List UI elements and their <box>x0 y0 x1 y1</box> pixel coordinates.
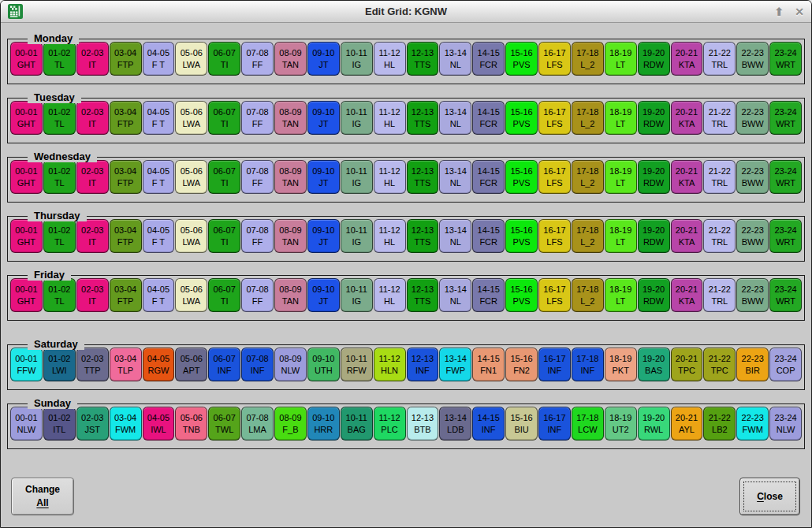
hour-block-button[interactable]: 14-15INF <box>472 407 505 441</box>
hour-block-button[interactable]: 10-11IG <box>341 219 373 253</box>
close-window-icon[interactable]: ✕ <box>795 6 804 17</box>
hour-block-button[interactable]: 11-12HL <box>374 219 406 253</box>
hour-block-button[interactable]: 19-20RDW <box>638 42 670 76</box>
hour-block-button[interactable]: 05-06APT <box>175 348 207 381</box>
hour-block-button[interactable]: 10-11IG <box>341 160 373 194</box>
hour-block-button[interactable]: 07-08FF <box>241 219 274 253</box>
hour-block-button[interactable]: 10-11IG <box>341 101 373 135</box>
hour-block-button[interactable]: 12-13TTS <box>407 219 439 253</box>
hour-block-button[interactable]: 08-09TAN <box>274 278 307 312</box>
hour-block-button[interactable]: 14-15FCR <box>472 101 505 135</box>
hour-block-button[interactable]: 17-18L_2 <box>572 278 604 312</box>
hour-block-button[interactable]: 08-09TAN <box>274 219 307 253</box>
hour-block-button[interactable]: 19-20BAS <box>638 348 670 381</box>
hour-block-button[interactable]: 18-19UT2 <box>605 407 637 441</box>
hour-block-button[interactable]: 19-20RDW <box>638 160 670 194</box>
hour-block-button[interactable]: 16-17INF <box>538 348 571 381</box>
hour-block-button[interactable]: 22-23BIR <box>736 348 769 381</box>
hour-block-button[interactable]: 06-07TWL <box>208 407 240 441</box>
hour-block-button[interactable]: 23-24COP <box>769 348 802 381</box>
hour-block-button[interactable]: 11-12HLN <box>374 348 406 381</box>
hour-block-button[interactable]: 01-02LWI <box>43 348 76 381</box>
hour-block-button[interactable]: 00-01GHT <box>10 101 43 135</box>
hour-block-button[interactable]: 21-22TPC <box>703 348 736 381</box>
hour-block-button[interactable]: 11-12HL <box>374 101 406 135</box>
hour-block-button[interactable]: 14-15FCR <box>472 160 505 194</box>
hour-block-button[interactable]: 04-05F T <box>143 160 175 194</box>
hour-block-button[interactable]: 12-13BTB <box>407 407 439 441</box>
hour-block-button[interactable]: 04-05F T <box>143 278 175 312</box>
hour-block-button[interactable]: 06-07TI <box>208 42 240 76</box>
hour-block-button[interactable]: 04-05F T <box>143 101 175 135</box>
hour-block-button[interactable]: 00-01GHT <box>10 278 43 312</box>
hour-block-button[interactable]: 09-10JT <box>307 278 340 312</box>
hour-block-button[interactable]: 09-10JT <box>307 42 340 76</box>
hour-block-button[interactable]: 21-22TRL <box>703 101 736 135</box>
hour-block-button[interactable]: 03-04FWM <box>110 407 142 441</box>
hour-block-button[interactable]: 21-22LB2 <box>703 407 736 441</box>
hour-block-button[interactable]: 01-02TL <box>43 160 76 194</box>
hour-block-button[interactable]: 18-19LT <box>605 160 637 194</box>
hour-block-button[interactable]: 14-15FN1 <box>472 348 505 381</box>
hour-block-button[interactable]: 14-15FCR <box>472 42 505 76</box>
hour-block-button[interactable]: 04-05F T <box>143 219 175 253</box>
hour-block-button[interactable]: 07-08INF <box>241 348 274 381</box>
hour-block-button[interactable]: 12-13INF <box>407 348 439 381</box>
hour-block-button[interactable]: 12-13TTS <box>407 42 439 76</box>
hour-block-button[interactable]: 11-12HL <box>374 42 406 76</box>
hour-block-button[interactable]: 16-17LFS <box>538 42 571 76</box>
hour-block-button[interactable]: 08-09TAN <box>274 101 307 135</box>
hour-block-button[interactable]: 23-24WRT <box>769 42 802 76</box>
hour-block-button[interactable]: 20-21KTA <box>671 160 703 194</box>
hour-block-button[interactable]: 15-16FN2 <box>505 348 538 381</box>
hour-block-button[interactable]: 07-08FF <box>241 278 274 312</box>
hour-block-button[interactable]: 12-13TTS <box>407 160 439 194</box>
hour-block-button[interactable]: 03-04TLP <box>110 348 142 381</box>
hour-block-button[interactable]: 07-08FF <box>241 101 274 135</box>
hour-block-button[interactable]: 22-23BWW <box>736 101 769 135</box>
hour-block-button[interactable]: 14-15FCR <box>472 219 505 253</box>
hour-block-button[interactable]: 13-14LDB <box>439 407 471 441</box>
hour-block-button[interactable]: 04-05RGW <box>143 348 175 381</box>
titlebar[interactable]: Edit Grid: KGNW ⬆ ✕ <box>1 1 811 23</box>
hour-block-button[interactable]: 16-17LFS <box>538 101 571 135</box>
hour-block-button[interactable]: 02-03IT <box>76 219 109 253</box>
hour-block-button[interactable]: 05-06LWA <box>175 278 207 312</box>
hour-block-button[interactable]: 17-18L_2 <box>572 160 604 194</box>
hour-block-button[interactable]: 04-05IWL <box>143 407 175 441</box>
hour-block-button[interactable]: 22-23BWW <box>736 278 769 312</box>
hour-block-button[interactable]: 13-14NL <box>439 219 471 253</box>
maximize-icon[interactable]: ⬆ <box>775 6 784 17</box>
hour-block-button[interactable]: 13-14NL <box>439 42 471 76</box>
hour-block-button[interactable]: 10-11IG <box>341 42 373 76</box>
hour-block-button[interactable]: 21-22TRL <box>703 42 736 76</box>
hour-block-button[interactable]: 13-14NL <box>439 101 471 135</box>
hour-block-button[interactable]: 02-03IT <box>76 42 109 76</box>
hour-block-button[interactable]: 15-16BIU <box>505 407 538 441</box>
hour-block-button[interactable]: 23-24WRT <box>769 219 802 253</box>
hour-block-button[interactable]: 06-07TI <box>208 160 240 194</box>
hour-block-button[interactable]: 08-09TAN <box>274 42 307 76</box>
hour-block-button[interactable]: 01-02TL <box>43 219 76 253</box>
hour-block-button[interactable]: 06-07TI <box>208 101 240 135</box>
hour-block-button[interactable]: 21-22TRL <box>703 278 736 312</box>
hour-block-button[interactable]: 07-08FF <box>241 42 274 76</box>
hour-block-button[interactable]: 21-22TRL <box>703 160 736 194</box>
hour-block-button[interactable]: 18-19LT <box>605 278 637 312</box>
hour-block-button[interactable]: 16-17INF <box>538 407 571 441</box>
hour-block-button[interactable]: 00-01GHT <box>10 42 43 76</box>
hour-block-button[interactable]: 09-10HRR <box>307 407 340 441</box>
hour-block-button[interactable]: 05-06LWA <box>175 101 207 135</box>
hour-block-button[interactable]: 19-20RDW <box>638 219 670 253</box>
hour-block-button[interactable]: 01-02TL <box>43 278 76 312</box>
hour-block-button[interactable]: 16-17LFS <box>538 278 571 312</box>
hour-block-button[interactable]: 23-24NLW <box>769 407 802 441</box>
hour-block-button[interactable]: 03-04FTP <box>110 42 142 76</box>
hour-block-button[interactable]: 23-24WRT <box>769 278 802 312</box>
hour-block-button[interactable]: 20-21KTA <box>671 42 703 76</box>
hour-block-button[interactable]: 13-14NL <box>439 278 471 312</box>
hour-block-button[interactable]: 18-19PKT <box>605 348 637 381</box>
hour-block-button[interactable]: 05-06LWA <box>175 42 207 76</box>
hour-block-button[interactable]: 11-12PLC <box>374 407 406 441</box>
hour-block-button[interactable]: 10-11BAG <box>341 407 373 441</box>
